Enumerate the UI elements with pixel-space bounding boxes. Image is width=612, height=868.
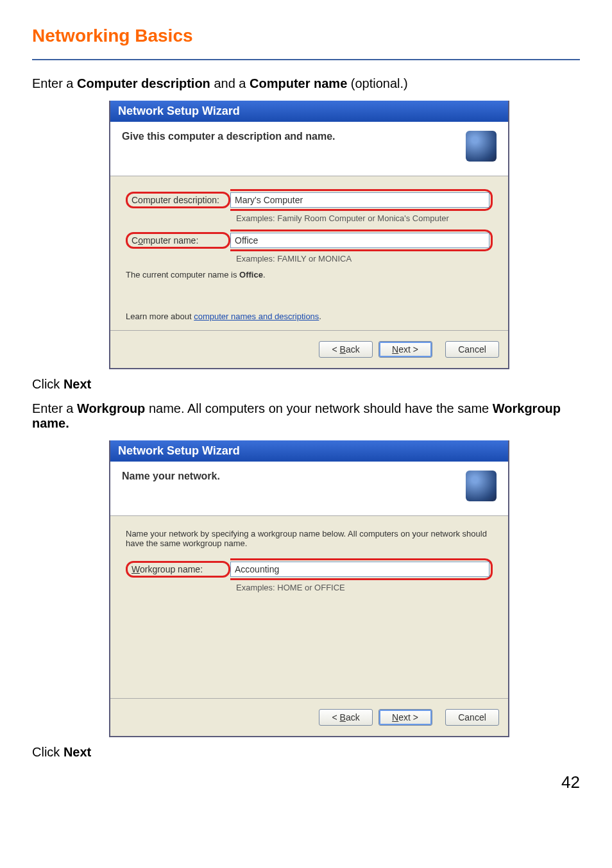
text: Enter a [32,76,77,90]
text-bold: Computer name [250,76,347,90]
text-bold: Office [239,270,263,280]
row-computer-name: Computer name: Office [126,230,493,251]
input-computer-description[interactable]: Mary's Computer [230,192,489,208]
accelerator-underline: W [132,564,140,574]
wizard-header: Name your network. [110,462,508,516]
wizard-2: Network Setup Wizard Name your network. … [109,440,509,737]
window-title: Network Setup Wizard [110,101,508,122]
link-computer-names[interactable]: computer names and descriptions [194,312,319,321]
wizard-header-text: Name your network. [122,471,220,482]
wizard-buttons: < Back Next > Cancel [110,698,508,736]
examples-text: Examples: FAMILY or MONICA [236,254,493,263]
row-workgroup: Workgroup name: Accounting [126,558,493,580]
learn-more: Learn more about computer names and desc… [126,312,493,321]
next-button[interactable]: Next > [378,341,432,358]
network-icon [466,471,497,501]
text: The current computer name is [126,270,239,280]
instruction-2: Enter a Workgroup name. All computers on… [32,401,580,431]
page-heading: Networking Basics [32,26,580,46]
text-bold: Next [64,377,91,391]
wizard-header-text: Give this computer a description and nam… [122,131,336,142]
back-button[interactable]: < Back [319,341,373,358]
body-text: Name your network by specifying a workgr… [126,529,493,548]
label-workgroup: Workgroup name: [126,561,230,578]
accelerator-underline: N [392,344,398,355]
input-computer-name[interactable]: Office [230,233,489,248]
accelerator-underline: B [340,712,346,722]
click-next-1: Click Next [32,377,580,392]
text-bold: Next [64,745,91,759]
wizard-buttons: < Back Next > Cancel [110,330,508,368]
label-computer-name: Computer name: [126,232,230,249]
text: Click [32,745,64,759]
accelerator-underline: o [138,235,143,246]
current-name-sentence: The current computer name is Office. [126,270,493,280]
text: (optional.) [347,76,408,90]
cancel-button[interactable]: Cancel [445,709,499,726]
row-computer-description: Computer description: Mary's Computer [126,189,493,211]
input-workgroup[interactable]: Accounting [230,562,489,577]
accelerator-underline: N [392,712,398,722]
window-title: Network Setup Wizard [110,440,508,462]
examples-text: Examples: HOME or OFFICE [236,583,493,592]
text: Click [32,377,64,391]
text: Learn more about [126,312,194,321]
instruction-1: Enter a Computer description and a Compu… [32,76,580,91]
cancel-button[interactable]: Cancel [445,341,499,358]
network-icon [466,131,497,162]
examples-text: Examples: Family Room Computer or Monica… [236,213,493,223]
back-button[interactable]: < Back [319,709,373,726]
text-bold: Workgroup [77,401,145,415]
wizard-body: Name your network by specifying a workgr… [110,516,508,698]
input-wrap: Office [230,230,493,251]
text-bold: Computer description [77,76,210,90]
divider [32,59,580,60]
input-wrap: Accounting [230,558,493,580]
click-next-2: Click Next [32,745,580,760]
wizard-1: Network Setup Wizard Give this computer … [109,101,509,369]
wizard-header: Give this computer a description and nam… [110,122,508,176]
text: name. All computers on your network shou… [145,401,492,415]
label-computer-description: Computer description: [126,192,230,208]
accelerator-underline: B [340,344,346,355]
text: and a [210,76,250,90]
page-number: 42 [32,772,580,792]
next-button[interactable]: Next > [378,709,432,726]
wizard-body: Computer description: Mary's Computer Ex… [110,176,508,330]
text: Enter a [32,401,77,415]
input-wrap: Mary's Computer [230,189,493,211]
